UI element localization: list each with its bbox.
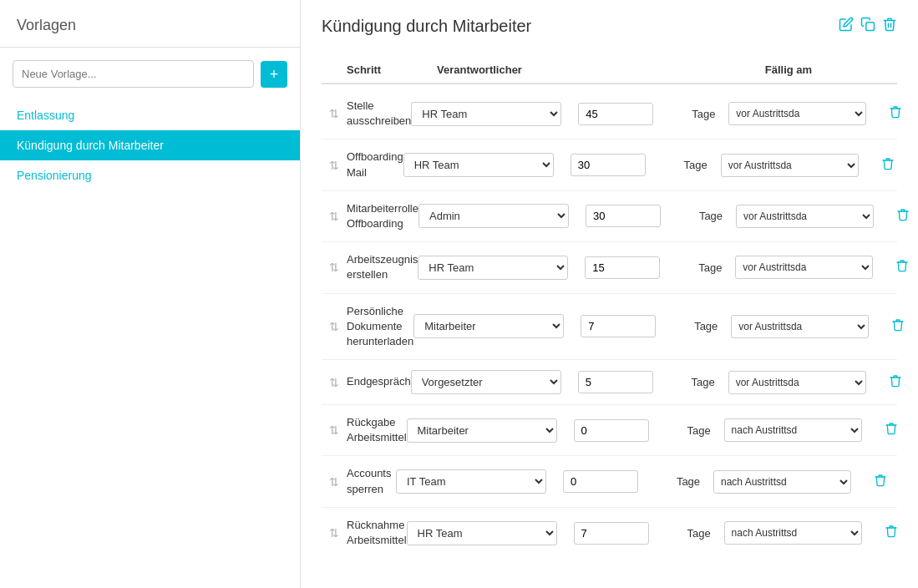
days-cell: [585, 256, 685, 279]
responsible-select[interactable]: HR TeamAdminMitarbeiterVorgesetzterIT Te…: [407, 418, 557, 443]
responsible-cell: HR TeamAdminMitarbeiterVorgesetzterIT Te…: [413, 314, 581, 338]
tage-label: Tage: [685, 261, 735, 274]
table-row: ⇅ Accounts sperren HR TeamAdminMitarbeit…: [322, 456, 897, 507]
timing-cell: vor Austrittsdanach Austrittsd: [736, 205, 886, 228]
step-name: Persönliche Dokumente herunterladen: [347, 304, 413, 350]
drag-handle[interactable]: ⇅: [322, 261, 347, 274]
table-row: ⇅ Offboarding Mail HR TeamAdminMitarbeit…: [322, 139, 897, 190]
delete-row-button[interactable]: [864, 474, 897, 490]
drag-handle[interactable]: ⇅: [322, 320, 347, 333]
tage-label: Tage: [678, 376, 728, 388]
step-name: Mitarbeiterrolle Offboarding: [347, 201, 418, 231]
search-input[interactable]: [13, 60, 254, 88]
responsible-select[interactable]: HR TeamAdminMitarbeiterVorgesetzterIT Te…: [407, 521, 557, 545]
responsible-select[interactable]: HR TeamAdminMitarbeiterVorgesetzterIT Te…: [418, 204, 569, 228]
days-input[interactable]: [586, 205, 661, 227]
header-icons: [839, 17, 897, 36]
timing-select[interactable]: vor Austrittsdanach Austrittsd: [728, 102, 866, 125]
copy-icon[interactable]: [860, 17, 875, 36]
responsible-cell: HR TeamAdminMitarbeiterVorgesetzterIT Te…: [407, 418, 574, 443]
days-cell: [578, 103, 678, 125]
timing-cell: vor Austrittsdanach Austrittsd: [728, 102, 879, 125]
edit-icon[interactable]: [839, 17, 854, 36]
step-name: Offboarding Mail: [347, 150, 403, 180]
delete-row-button[interactable]: [879, 374, 912, 391]
drag-handle[interactable]: ⇅: [322, 376, 347, 389]
timing-select[interactable]: nach Austrittsdvor Austrittsda: [713, 470, 851, 494]
main-header: Kündigung durch Mitarbeiter: [322, 17, 897, 36]
delete-row-button[interactable]: [886, 208, 918, 225]
delete-row-button[interactable]: [881, 318, 915, 335]
tage-label: Tage: [674, 527, 724, 540]
delete-row-button[interactable]: [871, 157, 905, 174]
responsible-select[interactable]: HR TeamAdminMitarbeiterVorgesetzterIT Te…: [411, 370, 561, 394]
add-template-button[interactable]: +: [261, 61, 287, 88]
timing-cell: vor Austrittsdanach Austrittsd: [721, 154, 871, 177]
table-row: ⇅ Rückgabe Arbeitsmittel HR TeamAdminMit…: [322, 405, 897, 456]
timing-select[interactable]: vor Austrittsdanach Austrittsd: [731, 315, 869, 338]
responsible-select[interactable]: HR TeamAdminMitarbeiterVorgesetzterIT Te…: [396, 469, 546, 494]
timing-select[interactable]: nach Austrittsdvor Austrittsda: [724, 521, 862, 545]
days-cell: [574, 419, 674, 442]
table-row: ⇅ Persönliche Dokumente herunterladen HR…: [322, 294, 897, 361]
tage-label: Tage: [674, 424, 724, 437]
sidebar-search-row: +: [0, 60, 300, 100]
responsible-select[interactable]: HR TeamAdminMitarbeiterVorgesetzterIT Te…: [413, 314, 564, 338]
days-cell: [578, 371, 678, 393]
sidebar-title: Vorlagen: [0, 17, 300, 48]
days-cell: [581, 315, 681, 337]
drag-handle[interactable]: ⇅: [322, 107, 347, 120]
drag-handle[interactable]: ⇅: [322, 423, 347, 437]
drag-handle[interactable]: ⇅: [322, 475, 347, 489]
days-input[interactable]: [581, 315, 656, 337]
days-input[interactable]: [574, 419, 649, 442]
delete-row-button[interactable]: [875, 422, 908, 438]
timing-cell: vor Austrittsdanach Austrittsd: [728, 371, 879, 394]
tage-label: Tage: [663, 475, 713, 488]
table-row: ⇅ Endgespräch HR TeamAdminMitarbeiterVor…: [322, 360, 897, 405]
days-input[interactable]: [574, 522, 649, 545]
days-input[interactable]: [578, 371, 653, 393]
responsible-select[interactable]: HR TeamAdminMitarbeiterVorgesetzterIT Te…: [403, 153, 554, 177]
responsible-cell: HR TeamAdminMitarbeiterVorgesetzterIT Te…: [396, 469, 563, 494]
days-cell: [586, 205, 686, 227]
drag-handle[interactable]: ⇅: [322, 210, 347, 223]
responsible-select[interactable]: HR TeamAdminMitarbeiterVorgesetzterIT Te…: [411, 102, 561, 126]
timing-select[interactable]: nach Austrittsdvor Austrittsda: [724, 418, 862, 442]
timing-cell: nach Austrittsdvor Austrittsda: [724, 418, 875, 442]
step-name: Rückgabe Arbeitsmittel: [347, 415, 407, 445]
tage-label: Tage: [671, 159, 721, 171]
delete-row-button[interactable]: [875, 525, 908, 541]
step-name: Endgespräch: [347, 374, 411, 389]
timing-select[interactable]: vor Austrittsdanach Austrittsd: [721, 154, 859, 177]
days-cell: [574, 522, 674, 545]
sidebar-item-kundigung[interactable]: Kündigung durch Mitarbeiter: [0, 130, 300, 160]
delete-icon[interactable]: [882, 17, 897, 36]
step-name: Stelle ausschreiben: [347, 99, 411, 129]
drag-handle[interactable]: ⇅: [322, 526, 347, 540]
timing-cell: vor Austrittsdanach Austrittsd: [735, 256, 885, 279]
col-responsible-header: Verantwortlicher: [396, 63, 563, 76]
tage-label: Tage: [678, 108, 728, 120]
col-due-label: Fällig am: [713, 63, 864, 76]
days-cell: [571, 154, 671, 176]
table-row: ⇅ Mitarbeiterrolle Offboarding HR TeamAd…: [322, 191, 897, 242]
days-input[interactable]: [571, 154, 646, 176]
days-input[interactable]: [563, 470, 638, 493]
responsible-cell: HR TeamAdminMitarbeiterVorgesetzterIT Te…: [411, 102, 578, 126]
delete-row-button[interactable]: [885, 259, 918, 276]
delete-row-button[interactable]: [879, 105, 912, 122]
timing-select[interactable]: vor Austrittsdanach Austrittsd: [736, 205, 874, 228]
tage-label: Tage: [686, 210, 736, 222]
days-input[interactable]: [578, 103, 653, 125]
drag-handle[interactable]: ⇅: [322, 159, 347, 172]
step-name: Accounts sperren: [347, 466, 396, 496]
days-input[interactable]: [585, 256, 660, 279]
timing-select[interactable]: vor Austrittsdanach Austrittsd: [728, 371, 866, 394]
responsible-select[interactable]: HR TeamAdminMitarbeiterVorgesetzterIT Te…: [418, 256, 568, 280]
sidebar-item-pensionierung[interactable]: Pensionierung: [0, 160, 300, 190]
timing-select[interactable]: vor Austrittsdanach Austrittsd: [735, 256, 873, 279]
sidebar-item-entlassung[interactable]: Entlassung: [0, 100, 300, 130]
sidebar-nav: Entlassung Kündigung durch Mitarbeiter P…: [0, 100, 300, 190]
tage-label: Tage: [681, 320, 731, 332]
